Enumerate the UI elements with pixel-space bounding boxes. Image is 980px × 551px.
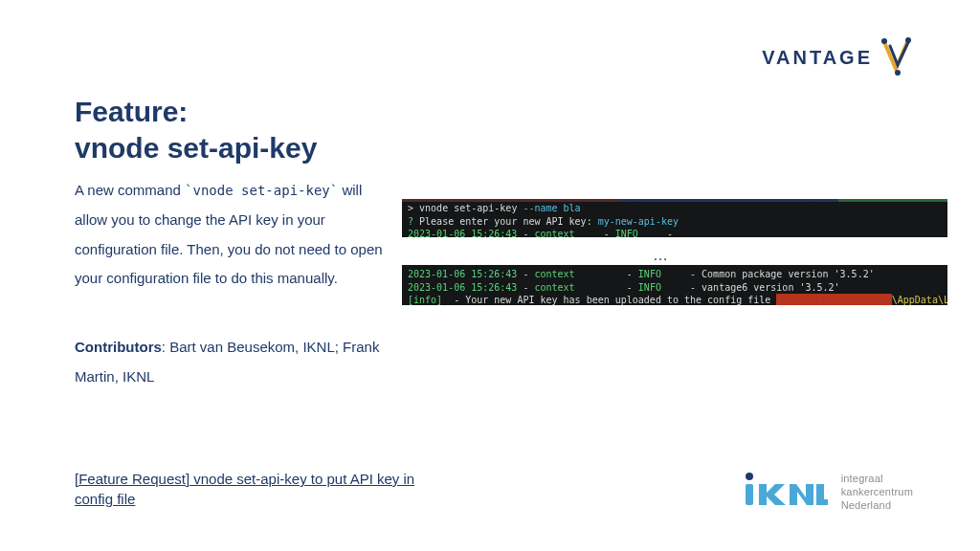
t2-tag: [info] [408,295,442,305]
title-line-2: vnode set-api-key [75,130,457,166]
iknl-icon [736,471,828,513]
desc-pre: A new command [75,182,185,198]
logo-vantage: VANTAGE [762,36,913,78]
svg-point-3 [746,473,753,480]
t2-msg2: - vantage6 version '3.5.2' [661,282,840,293]
t1-ts: 2023-01-06 15:26:43 [408,229,517,237]
title-line-1: Feature: [75,94,457,130]
t2-redacted: ████████████████████ [776,294,891,305]
svg-point-2 [895,70,901,76]
svg-point-1 [905,37,911,43]
t1-val: my-new-api-key [598,216,679,227]
t2-msg1: - Common package version '3.5.2' [661,269,875,279]
contributors: Contributors: Bart van Beusekom, IKNL; F… [75,333,390,392]
t2-ctx1: context [534,269,574,279]
desc-code: `vnode set-api-key` [185,183,338,198]
t2-msg3: - Your new API key has been uploaded to … [442,295,776,305]
description: A new command `vnode set-api-key` will a… [75,176,390,294]
t2-d1: - [575,269,638,279]
t2-lvl2: INFO [638,282,661,293]
t2-ts1: 2023-01-06 15:26:43 [408,269,517,279]
terminal-top-stripe [402,199,947,202]
terminal-snippet-top: > vnode set-api-key --name bla ? Please … [402,199,947,237]
t2-ctx2: context [534,282,574,293]
t1-qmark: ? [408,216,419,227]
slide-title: Feature: vnode set-api-key [75,94,457,165]
t1-q: Please enter your new API key: [419,216,598,227]
t1-dash2: - [638,229,679,237]
t2-d2: - [575,282,638,293]
terminal-snippet-bottom: 2023-01-06 15:26:43 - context - INFO - C… [402,265,947,305]
iknl-line2: kankercentrum [841,485,913,498]
iknl-line3: Nederland [841,498,913,512]
t2-sep2: - [517,282,534,293]
contributors-label: Contributors [75,339,162,355]
slide: VANTAGE Feature: vnode set-api-key A new… [0,0,980,551]
t1-cmd: vnode set-api-key [419,203,523,213]
vantage-icon [879,36,913,78]
t1-lvl: INFO [615,229,638,237]
t1-prompt: > [408,203,419,213]
t1-ctx: context [534,229,574,237]
t2-sep1: - [517,269,534,279]
t1-sep1: - [517,229,534,237]
logo-iknl: integraal kankercentrum Nederland [736,471,913,513]
iknl-text: integraal kankercentrum Nederland [841,472,913,513]
t1-flag: --name bla [523,203,580,213]
t2-ts2: 2023-01-06 15:26:43 [408,282,517,293]
feature-request-link[interactable]: [Feature Request] vnode set-api-key to p… [75,469,429,509]
svg-point-0 [881,38,887,44]
t2-path: \AppData\Local\vantage6\node\ [892,295,947,305]
ellipsis: … [653,247,670,264]
iknl-line1: integraal [841,472,913,485]
logo-vantage-word: VANTAGE [762,47,873,69]
feature-request-anchor[interactable]: [Feature Request] vnode set-api-key to p… [75,471,414,507]
svg-rect-4 [746,484,753,505]
t1-dash: - [575,229,615,237]
t2-lvl1: INFO [638,269,661,279]
